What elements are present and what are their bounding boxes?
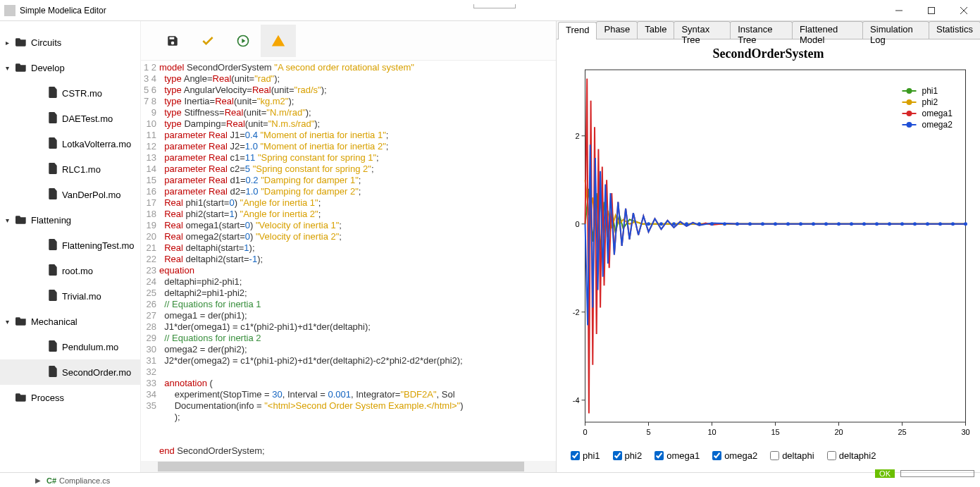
folder-icon [15, 392, 27, 404]
svg-text:30: 30 [961, 428, 969, 436]
tab-phase[interactable]: Phase [596, 21, 638, 39]
check-button[interactable] [190, 25, 225, 57]
file-icon [48, 137, 58, 151]
warning-button[interactable] [261, 25, 296, 57]
chart-area: SecondOrderSystem 051015202530-4-202phi1… [557, 39, 980, 469]
run-button[interactable] [225, 25, 261, 57]
svg-text:15: 15 [771, 428, 779, 436]
checkbox-phi2[interactable]: phi2 [613, 450, 643, 461]
svg-point-47 [888, 222, 891, 226]
save-button[interactable] [155, 25, 190, 57]
checkbox-omega2[interactable]: omega2 [712, 450, 757, 461]
folder-icon [15, 62, 27, 74]
status-ok: OK [875, 469, 895, 478]
file-cstr-mo[interactable]: CSTR.mo [0, 80, 140, 106]
editor-horizontal-scrollbar[interactable] [141, 461, 556, 472]
tab-simulation-log[interactable]: Simulation Log [862, 21, 929, 39]
svg-point-28 [647, 222, 650, 226]
tree-item-label: SecondOrder.mo [62, 367, 131, 378]
svg-point-49 [913, 222, 917, 226]
progress-bar [900, 470, 974, 477]
svg-text:10: 10 [707, 428, 716, 436]
svg-text:5: 5 [646, 428, 650, 436]
chevron-right-icon[interactable]: ▶ [35, 476, 44, 484]
svg-text:0: 0 [575, 220, 579, 228]
tab-table[interactable]: Table [637, 21, 674, 39]
folder-icon [15, 37, 27, 49]
svg-point-31 [685, 222, 688, 226]
checkbox-phi1[interactable]: phi1 [571, 450, 600, 461]
file-icon [48, 264, 58, 278]
file-vanderpol-mo[interactable]: VanDerPol.mo [0, 182, 140, 207]
file-root-mo[interactable]: root.mo [0, 258, 140, 283]
svg-point-45 [862, 222, 866, 226]
svg-text:omega2: omega2 [922, 120, 953, 130]
svg-text:2: 2 [575, 132, 579, 140]
svg-text:phi1: phi1 [922, 86, 938, 96]
tree-item-label: Trivial.mo [62, 291, 101, 302]
svg-text:0: 0 [583, 428, 587, 436]
svg-point-39 [786, 222, 790, 226]
tab-statistics[interactable]: Statistics [929, 21, 980, 39]
tree-item-label: Pendulum.mo [62, 342, 118, 352]
tree-item-label: Process [31, 393, 64, 403]
tree-item-label: DAETest.mo [62, 113, 113, 124]
svg-point-38 [774, 222, 777, 226]
tree-item-label: Develop [31, 63, 65, 73]
checkbox-deltaphi[interactable]: deltaphi [770, 450, 814, 461]
series-checkboxes: phi1phi2omega1omega2deltaphideltaphi2 [561, 446, 976, 465]
titlebar-grip[interactable] [473, 4, 516, 8]
footer-file[interactable]: Compliance.cs [59, 476, 110, 485]
folder-icon [15, 316, 27, 328]
folder-process[interactable]: Process [0, 385, 140, 410]
status-bar: OK [557, 469, 980, 478]
svg-text:phi2: phi2 [922, 97, 938, 107]
tree-item-label: FlatteningTest.mo [62, 240, 135, 251]
svg-point-53 [964, 222, 967, 226]
svg-point-44 [850, 222, 853, 226]
file-tree: ▸Circuits▾DevelopCSTR.moDAETest.moLotkaV… [0, 21, 141, 472]
minimize-button[interactable] [883, 0, 915, 21]
folder-develop[interactable]: ▾Develop [0, 55, 140, 80]
svg-point-40 [799, 222, 802, 226]
editor-toolbar [141, 21, 556, 61]
checkbox-omega1[interactable]: omega1 [655, 450, 700, 461]
tree-item-label: Mechanical [31, 316, 77, 327]
svg-rect-1 [929, 7, 935, 13]
maximize-button[interactable] [915, 0, 948, 21]
svg-point-46 [875, 222, 879, 226]
svg-text:25: 25 [898, 428, 906, 436]
window-title: Simple Modelica Editor [20, 6, 106, 16]
file-secondorder-mo[interactable]: SecondOrder.mo [0, 359, 140, 385]
close-button[interactable] [948, 0, 980, 21]
tree-item-label: RLC1.mo [62, 164, 101, 175]
svg-text:20: 20 [834, 428, 843, 436]
file-pendulum-mo[interactable]: Pendulum.mo [0, 334, 140, 359]
svg-point-30 [672, 222, 676, 226]
tab-syntax-tree[interactable]: Syntax Tree [674, 21, 731, 39]
tree-item-label: Circuits [31, 37, 61, 48]
folder-mechanical[interactable]: ▾Mechanical [0, 309, 140, 334]
checkbox-deltaphi2[interactable]: deltaphi2 [827, 450, 876, 461]
svg-point-37 [761, 222, 764, 226]
file-trivial-mo[interactable]: Trivial.mo [0, 283, 140, 309]
svg-point-48 [900, 222, 904, 226]
tree-item-label: Flattening [31, 215, 71, 226]
code-editor[interactable]: 1 2 3 4 5 6 7 8 9 10 11 12 13 14 15 16 1… [141, 61, 556, 461]
titlebar: Simple Modelica Editor [0, 0, 980, 21]
tree-item-label: VanDerPol.mo [62, 190, 121, 200]
file-daetest-mo[interactable]: DAETest.mo [0, 106, 140, 131]
folder-circuits[interactable]: ▸Circuits [0, 30, 140, 55]
file-lotkavolterra-mo[interactable]: LotkaVolterra.mo [0, 131, 140, 156]
file-flatteningtest-mo[interactable]: FlatteningTest.mo [0, 233, 140, 258]
tab-flattened-model[interactable]: Flattened Model [792, 21, 863, 39]
svg-point-34 [723, 222, 726, 226]
tab-trend[interactable]: Trend [558, 22, 597, 39]
tab-instance-tree[interactable]: Instance Tree [730, 21, 793, 39]
app-icon [4, 5, 15, 16]
trend-chart[interactable]: 051015202530-4-202phi1phi2omega1omega2 [561, 63, 976, 443]
file-rlc1-mo[interactable]: RLC1.mo [0, 156, 140, 182]
svg-point-29 [659, 222, 663, 226]
folder-flattening[interactable]: ▾Flattening [0, 207, 140, 233]
file-icon [48, 290, 58, 303]
